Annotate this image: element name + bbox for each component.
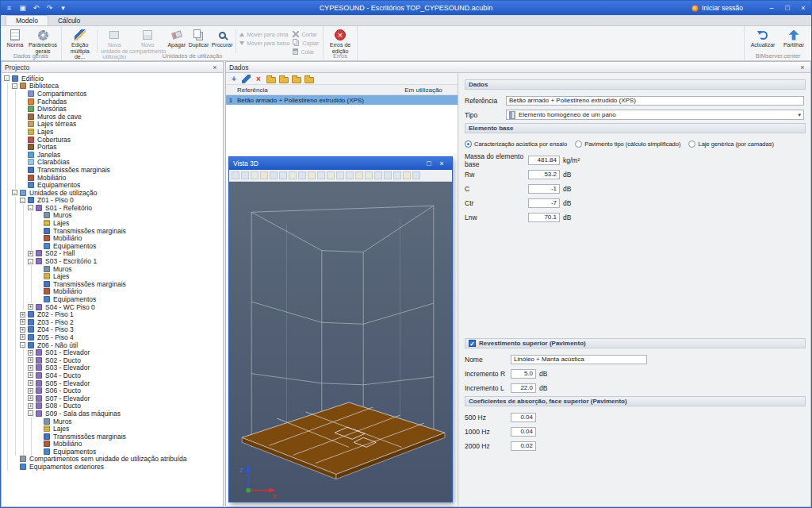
tree-item[interactable]: S09 - Sala das máquinas xyxy=(4,410,223,418)
tree-item[interactable]: Muros xyxy=(4,212,223,220)
tab-calculo[interactable]: Cálculo xyxy=(48,15,90,25)
tree-item[interactable]: Z06 - Não útil xyxy=(4,341,223,349)
textures-icon[interactable] xyxy=(270,171,278,179)
login-button[interactable]: Iniciar sessão xyxy=(691,4,743,12)
incremento-r-input[interactable] xyxy=(511,369,536,379)
edit-icon[interactable] xyxy=(242,75,251,83)
tree-expander[interactable] xyxy=(20,167,25,172)
minimize-button[interactable]: – xyxy=(764,2,779,14)
tree-item[interactable]: S04 - WC Piso 0 xyxy=(4,303,223,311)
tree-expander[interactable] xyxy=(4,75,10,81)
render-mode-icon[interactable] xyxy=(327,171,335,179)
mover-cima-button[interactable]: Mover para cima xyxy=(238,30,291,38)
parametros-gerais-button[interactable]: Parâmetros gerais xyxy=(27,28,59,54)
tree-expander[interactable] xyxy=(28,380,33,386)
lights-icon[interactable] xyxy=(279,171,287,179)
tree-expander[interactable] xyxy=(20,175,25,180)
tree-expander[interactable] xyxy=(36,243,41,248)
tree-item[interactable]: S01 - Refeitório xyxy=(4,204,223,212)
tree-item[interactable]: Lajes xyxy=(4,128,223,136)
duplicar-button[interactable]: Duplicar xyxy=(187,28,210,48)
tree-item[interactable]: Lajes xyxy=(4,272,223,280)
tree-item[interactable]: S03 - Elevador xyxy=(4,364,223,372)
dados-close-icon[interactable]: × xyxy=(798,64,807,71)
tab-modelo[interactable]: Modelo xyxy=(6,15,48,25)
procurar-button[interactable]: Procurar xyxy=(210,28,234,48)
tree-item[interactable]: Equipamentos xyxy=(4,181,223,189)
revestimento-checkbox[interactable] xyxy=(469,340,476,347)
tree-item[interactable]: Mobiliário xyxy=(4,441,223,448)
tree-item[interactable]: Equipamentos xyxy=(4,448,223,456)
tree-item[interactable]: Z05 - Piso 4 xyxy=(4,333,223,341)
tree-item[interactable]: Z03 - Piso 2 xyxy=(4,318,223,326)
tree-item[interactable]: Divisórias xyxy=(4,105,223,113)
tree-item[interactable]: Muros xyxy=(4,418,223,425)
zoom-icon[interactable] xyxy=(374,171,382,179)
tree-expander[interactable] xyxy=(12,456,17,462)
tree-item[interactable]: Equipamentos xyxy=(4,242,223,250)
redo-icon[interactable]: ↷ xyxy=(44,3,55,13)
viewport-3d[interactable]: Z X xyxy=(229,182,452,502)
tree-item[interactable]: Fachadas xyxy=(4,98,223,106)
field-input[interactable] xyxy=(528,170,560,179)
tree-expander[interactable] xyxy=(20,121,25,127)
tree-expander[interactable] xyxy=(20,90,25,96)
tree-item[interactable]: S03 - Escritório 1 xyxy=(4,257,223,265)
tree-item[interactable]: Transmissões marginais xyxy=(4,433,223,441)
tree-expander[interactable] xyxy=(20,342,25,348)
library-save-icon[interactable] xyxy=(279,77,289,83)
tree-expander[interactable] xyxy=(36,433,41,439)
tree-expander[interactable] xyxy=(28,350,33,356)
tree-expander[interactable] xyxy=(20,137,25,142)
field-input[interactable] xyxy=(528,198,560,208)
print-icon[interactable] xyxy=(232,171,239,179)
quick-access-more-icon[interactable]: ▾ xyxy=(58,3,68,13)
tree-expander[interactable] xyxy=(36,228,41,233)
orbit-icon[interactable] xyxy=(355,171,363,179)
save-image-icon[interactable] xyxy=(241,171,249,179)
tree-item[interactable]: Transmissões marginais xyxy=(4,280,223,288)
tree-item[interactable]: S02 - Ducto xyxy=(4,356,223,364)
tree-expander[interactable] xyxy=(36,266,41,271)
tree-item[interactable]: Lajes xyxy=(4,425,223,433)
field-input[interactable] xyxy=(528,213,560,222)
edges-icon[interactable] xyxy=(289,171,297,179)
tree-expander[interactable] xyxy=(12,83,17,89)
tree-item[interactable]: S05 - Elevador xyxy=(4,379,223,387)
tree-item[interactable]: Edifício xyxy=(4,75,223,83)
tree-expander[interactable] xyxy=(36,289,41,294)
norma-button[interactable]: Norma xyxy=(3,28,27,48)
zoom-extents-icon[interactable] xyxy=(393,171,401,179)
tree-item[interactable]: Muros xyxy=(4,265,223,273)
tree-item[interactable]: S04 - Ducto xyxy=(4,371,223,379)
tree-expander[interactable] xyxy=(36,441,41,447)
vista-3d-close-button[interactable]: × xyxy=(435,160,448,167)
tree-expander[interactable] xyxy=(28,395,33,401)
selection-icon[interactable] xyxy=(251,171,259,179)
tree-expander[interactable] xyxy=(20,327,25,333)
previous-view-icon[interactable] xyxy=(403,171,411,179)
tree-item[interactable]: S08 - Ducto xyxy=(4,402,223,410)
tree-expander[interactable] xyxy=(28,357,33,363)
tree-expander[interactable] xyxy=(28,403,33,409)
radio-caracterizacao-ensaio[interactable]: Caracterização acústica por ensaio xyxy=(465,140,567,148)
tree-item[interactable]: Mobiliário xyxy=(4,234,223,242)
tree-item[interactable]: Lajes térreas xyxy=(4,121,223,129)
shadow-icon[interactable] xyxy=(336,171,344,179)
vista-3d-maximize-button[interactable]: □ xyxy=(423,160,435,167)
tree-item[interactable]: S01 - Elevador xyxy=(4,348,223,356)
tree-expander[interactable] xyxy=(12,464,17,470)
app-menu-icon[interactable]: ≡ xyxy=(4,3,14,13)
novo-compartimento-button[interactable]: Novo compartimento xyxy=(129,28,166,54)
tree-expander[interactable] xyxy=(28,259,33,264)
library-export-icon[interactable] xyxy=(304,77,314,83)
delete-icon[interactable]: × xyxy=(254,74,263,83)
field-input[interactable] xyxy=(528,184,560,194)
tree-expander[interactable] xyxy=(28,410,33,416)
mover-baixo-button[interactable]: Mover para baixo xyxy=(238,39,291,47)
tree-expander[interactable] xyxy=(36,426,41,432)
referencia-input[interactable] xyxy=(506,96,804,106)
tree-item[interactable]: S02 - Hall xyxy=(4,250,223,258)
tree-expander[interactable] xyxy=(12,190,17,195)
tree-item[interactable]: Z01 - Piso 0 xyxy=(4,197,223,205)
